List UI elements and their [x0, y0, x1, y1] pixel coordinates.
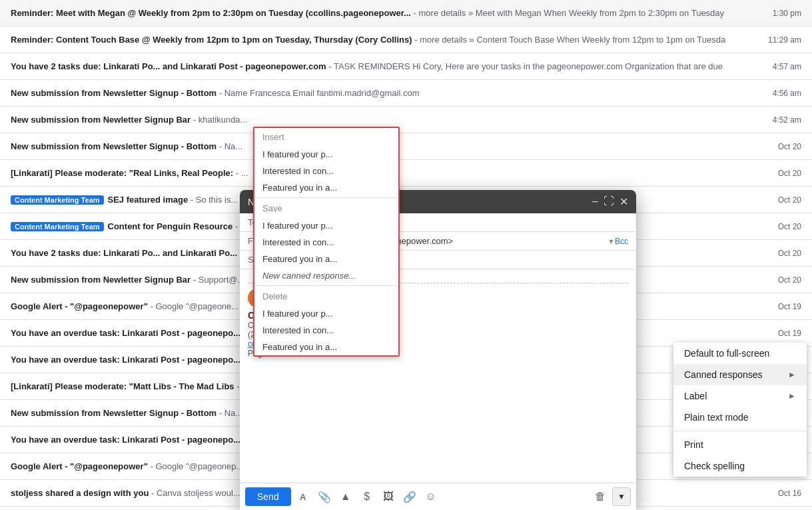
email-tag: Content Marketing Team — [11, 222, 104, 231]
canned-item[interactable]: Featured you in a... — [254, 251, 398, 267]
options-menu: Default to full-screenCanned responses►L… — [673, 343, 807, 477]
canned-item[interactable]: Interested in con... — [254, 234, 398, 251]
options-menu-item[interactable]: Plain text mode — [673, 407, 807, 428]
email-time: Oct 19 — [755, 302, 801, 311]
email-content: New submission from Newsletter Signup - … — [11, 88, 744, 98]
email-time: Oct 16 — [755, 489, 801, 498]
canned-section-label: Save — [254, 199, 398, 217]
email-preview: - Na... — [216, 141, 242, 151]
canned-item[interactable]: New canned response... — [254, 267, 398, 284]
menu-item-label: Label — [684, 391, 707, 401]
email-time: Oct 19 — [755, 329, 801, 338]
email-subject: New submission from Newletter Signup Bar — [11, 275, 191, 285]
email-row[interactable]: Reminder: Meet with Megan @ Weekly from … — [0, 0, 812, 27]
email-subject: Google Alert - "@pageonepower" — [11, 461, 148, 471]
minimize-icon[interactable]: – — [592, 195, 598, 208]
menu-item-label: Plain text mode — [684, 412, 749, 423]
email-row[interactable]: [Linkarati] Please moderate: "Real Links… — [0, 160, 812, 187]
email-time: Oct 20 — [755, 275, 801, 285]
submenu-arrow-icon: ► — [788, 391, 796, 401]
email-subject: You have an overdue task: Linkarati Post… — [11, 435, 240, 445]
menu-item-label: Print — [684, 439, 703, 450]
canned-divider — [254, 285, 398, 286]
email-time: 4:52 am — [755, 115, 801, 125]
drive-icon[interactable]: ▲ — [336, 487, 355, 506]
email-preview: - So this is... — [188, 195, 238, 205]
options-menu-item[interactable]: Default to full-screen — [673, 343, 807, 364]
email-row[interactable]: New submission from Newletter Signup Bar… — [0, 107, 812, 133]
delete-icon[interactable]: 🗑 — [591, 487, 609, 506]
email-subject: Reminder: Meet with Megan @ Weekly from … — [11, 8, 411, 18]
photo-icon[interactable]: 🖼 — [379, 487, 398, 506]
canned-item[interactable]: Featured you in a... — [254, 339, 398, 355]
email-preview: - Canva stoljess woul... — [149, 488, 240, 498]
send-button[interactable]: Send — [245, 487, 291, 506]
from-dropdown-icon[interactable]: ▼ — [608, 237, 615, 245]
email-preview: - ... — [233, 168, 248, 178]
canned-item[interactable]: I featured your p... — [254, 305, 398, 322]
link-icon[interactable]: 🔗 — [400, 487, 419, 506]
email-subject: New submission from Newsletter Signup - … — [11, 408, 216, 418]
email-preview: - Na... — [216, 408, 242, 418]
canned-item[interactable]: I featured your p... — [254, 146, 398, 163]
email-subject: You have 2 tasks due: Linkarati Po... an… — [11, 61, 326, 71]
email-time: Oct 20 — [755, 249, 801, 258]
email-preview: - more details » Content Touch Base When… — [412, 35, 726, 45]
email-time: 4:57 am — [755, 62, 801, 71]
email-subject: [Linkarati] Please moderate: "Real Links… — [11, 168, 233, 178]
options-menu-item[interactable]: Check spelling — [673, 455, 807, 477]
email-content: Reminder: Meet with Megan @ Weekly from … — [11, 8, 744, 18]
canned-responses-popup: InsertI featured your p...Interested in … — [253, 127, 400, 357]
email-time: 4:56 am — [755, 89, 801, 98]
email-time: Oct 20 — [755, 195, 801, 205]
email-preview: - Name Francesca Email fantimi.madrid@gm… — [216, 88, 419, 98]
attachment-icon[interactable]: 📎 — [315, 487, 334, 506]
options-menu-item[interactable]: Canned responses► — [673, 364, 807, 385]
font-icon[interactable]: A — [294, 487, 312, 506]
menu-item-label: Check spelling — [684, 461, 745, 471]
canned-item[interactable]: Interested in con... — [254, 163, 398, 179]
email-row[interactable]: New submission from Newsletter Signup - … — [0, 133, 812, 160]
email-subject: New submission from Newletter Signup Bar — [11, 115, 191, 125]
email-preview: - more details » Meet with Megan When We… — [411, 8, 724, 18]
email-preview: - Support@... — [191, 275, 244, 285]
more-options-button[interactable]: ▼ — [612, 487, 631, 506]
canned-item[interactable]: Featured you in a... — [254, 179, 398, 196]
canned-item[interactable]: Interested in con... — [254, 322, 398, 339]
options-menu-item[interactable]: Print — [673, 434, 807, 455]
canned-item[interactable]: I featured your p... — [254, 217, 398, 234]
email-subject: Reminder: Content Touch Base @ Weekly fr… — [11, 35, 412, 45]
email-content: Reminder: Content Touch Base @ Weekly fr… — [11, 35, 744, 45]
email-subject: [Linkarati] Please moderate: "Matt Libs … — [11, 381, 234, 391]
email-time: Oct 20 — [755, 142, 801, 151]
email-content: You have 2 tasks due: Linkarati Po... an… — [11, 61, 744, 71]
email-preview: - Google "@pageone... — [148, 301, 238, 311]
email-preview: - TASK REMINDERS Hi Cory, Here are your … — [326, 61, 723, 71]
email-subject: New submission from Newsletter Signup - … — [11, 88, 216, 98]
menu-item-label: Canned responses — [684, 369, 763, 380]
canned-divider — [254, 197, 398, 198]
compose-header-actions: – ⛶ ✕ — [592, 195, 628, 208]
bcc-label[interactable]: Bcc — [615, 237, 628, 246]
options-menu-item[interactable]: Label► — [673, 385, 807, 407]
email-subject: Google Alert - "@pageonepower" — [11, 301, 148, 311]
close-icon[interactable]: ✕ — [619, 195, 628, 208]
compose-toolbar: Send A 📎 ▲ $ 🖼 🔗 ☺ 🗑 ▼ — [240, 483, 636, 510]
email-preview: - Google "@pageonep... — [148, 461, 244, 471]
email-row[interactable]: Reminder: Content Touch Base @ Weekly fr… — [0, 27, 812, 53]
email-subject: You have an overdue task: Linkarati Post… — [11, 328, 240, 338]
menu-item-label: Default to full-screen — [684, 348, 769, 359]
email-row[interactable]: New submission from Newsletter Signup - … — [0, 80, 812, 107]
email-preview: - khatikundа... — [191, 115, 247, 125]
expand-icon[interactable]: ⛶ — [604, 195, 614, 208]
email-list: Reminder: Meet with Megan @ Weekly from … — [0, 0, 812, 510]
money-icon[interactable]: $ — [358, 487, 376, 506]
email-subject: stoljess shared a design with you — [11, 488, 149, 498]
canned-section-label: Insert — [254, 128, 398, 146]
emoji-icon[interactable]: ☺ — [422, 487, 440, 506]
email-subject: You have an overdue task: Linkarati Post… — [11, 355, 240, 365]
canned-section-label: Delete — [254, 287, 398, 305]
email-row[interactable]: You have 2 tasks due: Linkarati Po... an… — [0, 53, 812, 80]
email-time: Oct 20 — [755, 222, 801, 231]
submenu-arrow-icon: ► — [788, 370, 796, 379]
